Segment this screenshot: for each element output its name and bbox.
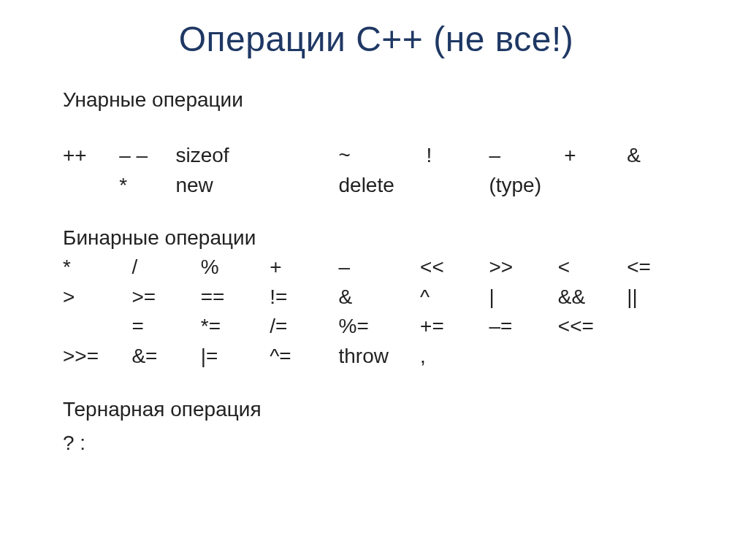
op-cell [63, 312, 131, 342]
table-row: >>= &= |= ^= throw , [63, 342, 690, 372]
op-cell: += [420, 312, 489, 342]
op-cell: ++ [63, 141, 119, 171]
op-cell: , [420, 342, 489, 372]
unary-table: ++ – – sizeof ~ ! – + & * new delete (ty… [63, 141, 690, 200]
op-cell: + [564, 141, 627, 171]
slide-title: Операции С++ (не все!) [63, 15, 690, 59]
op-cell: >= [131, 283, 200, 312]
op-cell [63, 171, 119, 201]
op-cell: –= [489, 312, 557, 342]
op-cell [627, 171, 690, 201]
op-cell: ~ [339, 141, 427, 171]
op-cell: – [339, 253, 421, 283]
op-cell: == [201, 283, 270, 312]
op-cell: / [131, 253, 200, 283]
op-cell [627, 342, 690, 372]
op-cell: && [558, 283, 627, 312]
op-cell: – – [119, 141, 175, 171]
op-cell: * [119, 171, 175, 201]
op-cell [289, 141, 339, 171]
op-cell: new [175, 171, 288, 201]
op-cell: |= [201, 342, 270, 372]
op-cell: > [63, 283, 131, 312]
op-cell: delete [339, 171, 427, 201]
op-cell: != [270, 283, 338, 312]
op-cell: >> [489, 253, 557, 283]
table-row: > >= == != & ^ | && || [63, 283, 690, 312]
op-cell: /= [270, 312, 338, 342]
op-cell: & [627, 141, 690, 171]
op-cell: &= [131, 342, 200, 372]
op-cell: & [339, 283, 421, 312]
slide: Операции С++ (не все!) Унарные операции … [0, 0, 748, 560]
op-cell: | [489, 283, 557, 312]
binary-table: * / % + – << >> < <= > >= == != & ^ | &&… [63, 253, 690, 371]
op-cell: << [420, 253, 489, 283]
op-cell [627, 312, 690, 342]
op-cell: ^ [420, 283, 489, 312]
op-cell: + [270, 253, 338, 283]
table-row: * / % + – << >> < <= [63, 253, 690, 283]
binary-heading: Бинарные операции [63, 226, 690, 250]
op-cell: throw [339, 342, 421, 372]
table-row: * new delete (type) [63, 171, 690, 201]
table-row: = *= /= %= += –= <<= [63, 312, 690, 342]
op-cell: % [201, 253, 270, 283]
op-cell: (type) [489, 171, 564, 201]
op-cell: – [489, 141, 564, 171]
op-cell [489, 342, 557, 372]
op-cell: sizeof [175, 141, 288, 171]
op-cell [427, 171, 489, 201]
ternary-heading: Тернарная операция [63, 398, 690, 421]
op-cell: >>= [63, 342, 131, 372]
op-cell: *= [201, 312, 270, 342]
op-cell: = [131, 312, 200, 342]
op-cell: ^= [270, 342, 338, 372]
op-cell [289, 171, 339, 201]
ternary-operator: ? : [63, 431, 690, 455]
op-cell [558, 342, 627, 372]
op-cell: < [558, 253, 627, 283]
op-cell [564, 171, 627, 201]
op-cell: * [63, 253, 131, 283]
op-cell: %= [339, 312, 421, 342]
op-cell: || [627, 283, 690, 312]
op-cell: <= [627, 253, 690, 283]
op-cell: <<= [558, 312, 627, 342]
op-cell: ! [427, 141, 489, 171]
table-row: ++ – – sizeof ~ ! – + & [63, 141, 690, 171]
unary-heading: Унарные операции [63, 88, 690, 112]
